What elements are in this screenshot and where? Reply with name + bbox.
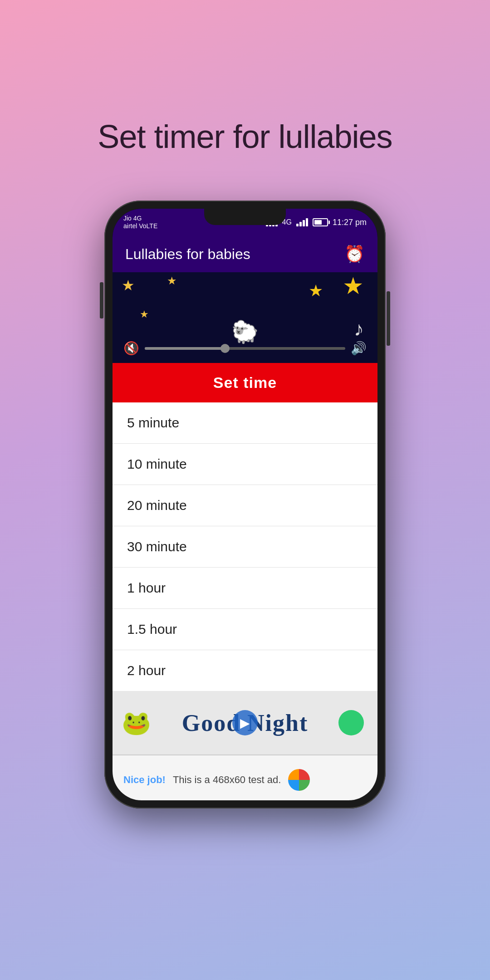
volume-control[interactable]: 🔇 🔊 xyxy=(123,341,367,356)
timer-option-1hour[interactable]: 1 hour xyxy=(113,568,377,609)
star-icon: ★ xyxy=(140,309,149,320)
ad-nice-job: Nice job! xyxy=(123,774,166,786)
timer-modal: Set time 5 minute 10 minute 20 minute 30… xyxy=(113,363,377,691)
timer-option-label: 2 hour xyxy=(127,663,166,678)
volume-mute-icon: 🔇 xyxy=(123,341,139,356)
timer-option-2hour[interactable]: 2 hour xyxy=(113,650,377,691)
notch xyxy=(204,209,286,225)
battery-icon xyxy=(313,218,328,226)
timer-header-text: Set time xyxy=(213,374,277,391)
volume-up-icon: 🔊 xyxy=(351,341,367,356)
alarm-icon[interactable]: ⏰ xyxy=(344,245,365,264)
timer-option-label: 30 minute xyxy=(127,539,187,554)
status-indicator xyxy=(338,710,364,735)
star-icon: ★ xyxy=(343,272,364,299)
signal-icon2 xyxy=(296,218,308,226)
volume-slider[interactable] xyxy=(145,347,345,350)
frog-icon: 🐸 xyxy=(122,709,151,737)
volume-button xyxy=(100,282,103,318)
timer-header: Set time xyxy=(113,363,377,402)
power-button xyxy=(387,291,390,346)
music-icon: ♪ xyxy=(354,318,364,340)
carrier-name: Jio 4G xyxy=(123,215,157,222)
timer-option-label: 20 minute xyxy=(127,498,187,513)
timer-option-10min[interactable]: 10 minute xyxy=(113,444,377,485)
page-title: Set timer for lullabies xyxy=(98,118,392,155)
star-icon: ★ xyxy=(122,277,135,294)
timer-option-30min[interactable]: 30 minute xyxy=(113,526,377,568)
timer-option-label: 1 hour xyxy=(127,580,166,596)
goodnight-area: 🐸 Good Night ▶ xyxy=(113,691,377,755)
timer-option-label: 5 minute xyxy=(127,415,179,431)
carrier-info: Jio 4G airtel VoLTE xyxy=(123,215,157,230)
carrier2-name: airtel VoLTE xyxy=(123,222,157,230)
ad-description: This is a 468x60 test ad. xyxy=(173,774,281,786)
timer-option-label: 10 minute xyxy=(127,456,187,472)
app-toolbar: Lullabies for babies ⏰ xyxy=(113,236,377,272)
timer-option-label: 1.5 hour xyxy=(127,622,177,637)
timer-option-5min[interactable]: 5 minute xyxy=(113,402,377,444)
star-icon: ★ xyxy=(167,274,177,287)
time-display: 11:27 pm xyxy=(333,218,367,227)
ad-logo-icon xyxy=(288,769,310,791)
phone-device: Jio 4G airtel VoLTE 4G xyxy=(104,201,386,808)
play-button[interactable]: ▶ xyxy=(232,710,258,735)
ad-banner: Test Ad Nice job! This is a 468x60 test … xyxy=(113,755,377,800)
timer-option-1-5hour[interactable]: 1.5 hour xyxy=(113,609,377,650)
star-icon: ★ xyxy=(309,281,323,300)
timer-option-20min[interactable]: 20 minute xyxy=(113,485,377,526)
video-area: ★ ★ ★ ★ ★ 🐑 ♪ 🔇 🔊 xyxy=(113,272,377,363)
app-title: Lullabies for babies xyxy=(125,246,250,263)
